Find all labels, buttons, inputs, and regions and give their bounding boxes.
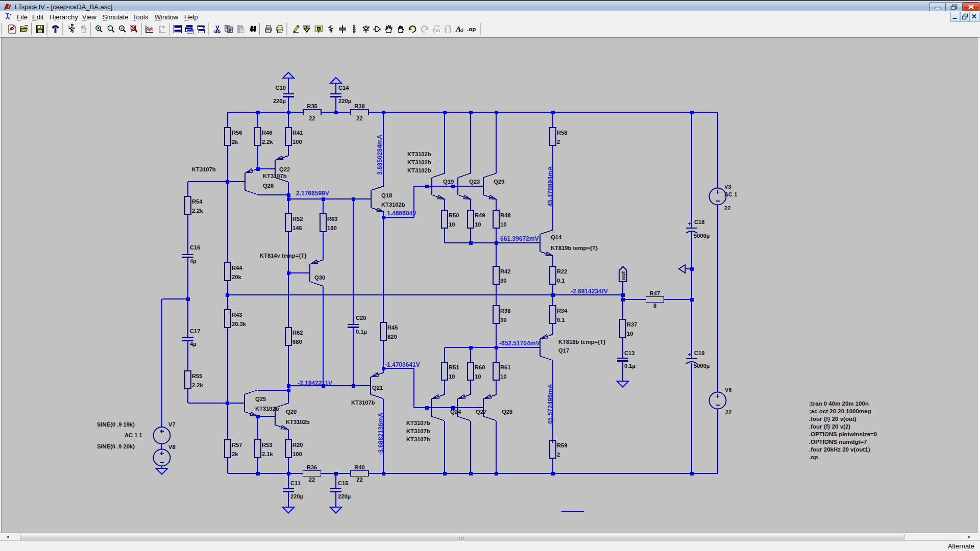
svg-text:a: a [460, 26, 463, 33]
svg-text:.op: .op [467, 26, 476, 32]
